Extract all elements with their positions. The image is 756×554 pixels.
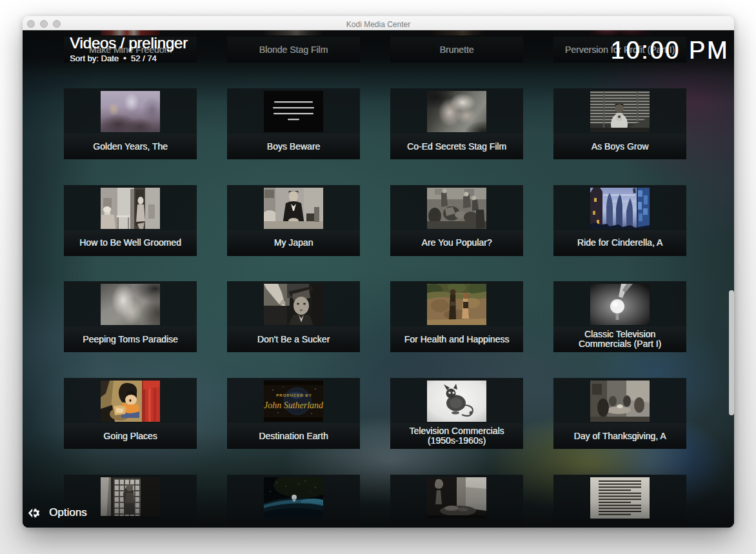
svg-text:PRODUCED BY: PRODUCED BY [276,393,312,397]
svg-text:John Sutherland: John Sutherland [264,401,323,410]
